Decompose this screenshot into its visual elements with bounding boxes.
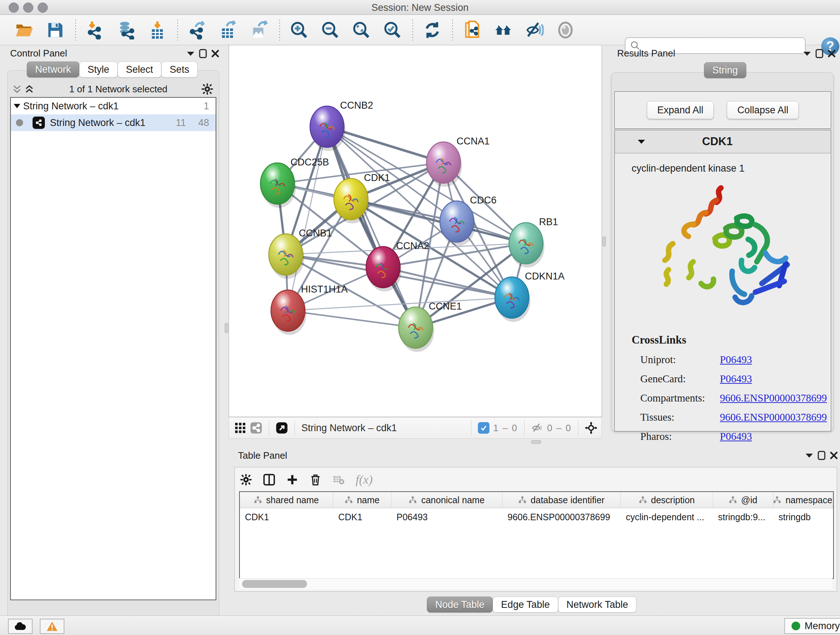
delete-column-icon[interactable]	[309, 474, 322, 485]
crosslink-value-link[interactable]: 9606.ENSP00000378699	[720, 411, 827, 423]
network-row[interactable]: String Network – cdk1 11 48	[11, 114, 216, 131]
panel-close-button[interactable]	[826, 48, 838, 59]
fit-selected-crosshair-icon[interactable]	[585, 423, 597, 433]
tab-sets[interactable]: Sets	[161, 62, 197, 78]
panel-float-button[interactable]	[815, 450, 828, 461]
network-node-ccna1[interactable]: CCNA1	[426, 136, 490, 187]
select-columns-icon[interactable]	[263, 474, 275, 485]
node-label: CCNA1	[456, 136, 490, 147]
collapse-all-networks-icon[interactable]	[11, 84, 23, 95]
table-cell[interactable]: CDK1	[333, 508, 392, 526]
birdseye-view-icon[interactable]	[276, 423, 288, 433]
panel-float-button[interactable]	[813, 48, 826, 59]
crosslink-value-link[interactable]: P06493	[720, 373, 752, 385]
open-in-browser-button[interactable]	[462, 20, 482, 40]
expand-all-networks-icon[interactable]	[23, 84, 35, 95]
string-home-button[interactable]	[493, 20, 513, 40]
crosslink-value-link[interactable]: P06493	[720, 431, 752, 442]
refresh-layout-button[interactable]	[423, 20, 442, 40]
zoom-fit-button[interactable]	[352, 20, 371, 40]
column-header-canonical-name[interactable]: canonical name	[392, 492, 502, 508]
table-horizontal-scrollbar[interactable]	[239, 578, 832, 589]
warning-status-button[interactable]	[40, 619, 65, 634]
memory-button[interactable]: Memory	[784, 618, 840, 634]
collapse-all-button[interactable]: Collapse All	[727, 101, 799, 119]
gear-icon[interactable]	[201, 84, 213, 95]
hide-panel-button[interactable]	[524, 20, 544, 40]
column-header-database-identifier[interactable]: database identifier	[502, 492, 621, 508]
right-splitter-handle[interactable]	[602, 236, 606, 247]
database-icon	[117, 21, 136, 40]
table-cell[interactable]: cyclin-dependent ...	[621, 508, 713, 526]
save-session-button[interactable]	[46, 20, 65, 40]
expand-all-button[interactable]: Expand All	[647, 101, 714, 119]
results-panel: Results Panel String Expand All Collapse…	[606, 45, 840, 436]
network-canvas[interactable]: CCNB2CCNA1CDC25BCDK1CDC6RB1CCNB1CCNA2CDK…	[229, 45, 602, 417]
import-database-button[interactable]	[117, 20, 136, 40]
table-cell[interactable]: P06493	[392, 508, 502, 526]
network-node-cdkn1a[interactable]: CDKN1A	[495, 271, 565, 322]
panel-close-button[interactable]	[828, 450, 840, 461]
tab-style[interactable]: Style	[79, 62, 118, 78]
bottom-splitter-handle[interactable]	[531, 440, 541, 444]
hidden-node-edge-count: 0 – 0	[547, 423, 572, 434]
zoom-selected-button[interactable]	[383, 20, 402, 40]
table-cell[interactable]: stringdb	[774, 508, 832, 526]
tab-string[interactable]: String	[704, 62, 746, 78]
scrollbar-thumb[interactable]	[242, 580, 307, 588]
network-node-ccnb2[interactable]: CCNB2	[310, 100, 373, 151]
gene-card-header[interactable]: CDK1	[615, 130, 831, 154]
network-edge[interactable]	[288, 310, 416, 328]
crosslink-value-link[interactable]: 9606.ENSP00000378699	[720, 392, 827, 404]
function-builder-icon: f(x)	[355, 473, 373, 486]
gear-icon[interactable]	[240, 474, 252, 485]
zoom-in-button[interactable]	[289, 20, 309, 40]
show-panel-button[interactable]	[556, 20, 575, 40]
tab-select[interactable]: Select	[118, 62, 161, 78]
table-cell[interactable]: stringdb:9...	[713, 508, 774, 526]
panel-float-button[interactable]	[197, 48, 209, 59]
crosslink-value-link[interactable]: P06493	[720, 354, 752, 366]
column-header-description[interactable]: description	[621, 492, 713, 508]
export-table-button[interactable]	[218, 20, 238, 40]
table-cell[interactable]: 9606.ENSP00000378699	[502, 508, 621, 526]
network-collection-row[interactable]: String Network – cdk1 1	[11, 98, 216, 114]
table-tabs: Node TableEdge TableNetwork Table	[427, 597, 636, 613]
export-image-button[interactable]	[249, 20, 269, 40]
tab-edge-table[interactable]: Edge Table	[493, 597, 558, 613]
network-node-rb1[interactable]: RB1	[509, 217, 558, 268]
export-network-button[interactable]	[187, 20, 207, 40]
tab-node-table[interactable]: Node Table	[427, 597, 493, 613]
panel-collapse-button[interactable]	[185, 48, 197, 59]
column-header-shared-name[interactable]: shared name	[240, 492, 333, 508]
string-tab-icon[interactable]	[250, 423, 262, 433]
network-edge[interactable]	[351, 199, 526, 243]
selected-checkbox-icon[interactable]	[478, 422, 489, 434]
import-network-button[interactable]	[85, 20, 105, 40]
panel-collapse-button[interactable]	[801, 48, 813, 59]
column-header--id[interactable]: @id	[713, 492, 774, 508]
add-column-icon[interactable]	[286, 474, 298, 485]
network-node-ccne1[interactable]: CCNE1	[399, 301, 462, 352]
table-cell[interactable]: CDK1	[240, 508, 333, 526]
zoom-out-button[interactable]	[321, 20, 340, 40]
column-tree-icon	[409, 496, 417, 504]
network-edge[interactable]	[327, 127, 416, 328]
table-row[interactable]: CDK1CDK1P064939606.ENSP00000378699cyclin…	[240, 508, 833, 526]
grid-view-icon[interactable]	[234, 423, 246, 433]
collapse-gene-icon[interactable]	[635, 136, 647, 147]
tree-expand-icon[interactable]	[11, 101, 23, 111]
network-node-cdc25b[interactable]: CDC25B	[261, 157, 329, 208]
tab-network-table[interactable]: Network Table	[558, 597, 637, 613]
cloud-status-button[interactable]	[8, 619, 33, 634]
column-header-namespace[interactable]: namespace	[774, 492, 832, 508]
panel-collapse-button[interactable]	[803, 450, 815, 461]
open-session-button[interactable]	[14, 20, 34, 40]
column-header-name[interactable]: name	[333, 492, 392, 508]
panel-close-button[interactable]	[209, 48, 221, 59]
node-label: HIST1H1A	[301, 284, 347, 295]
control-panel: Control Panel NetworkStyleSelectSets 1 o…	[0, 45, 225, 616]
tab-network[interactable]: Network	[27, 62, 79, 78]
left-splitter-handle[interactable]	[225, 323, 228, 333]
import-table-button[interactable]	[148, 20, 167, 40]
